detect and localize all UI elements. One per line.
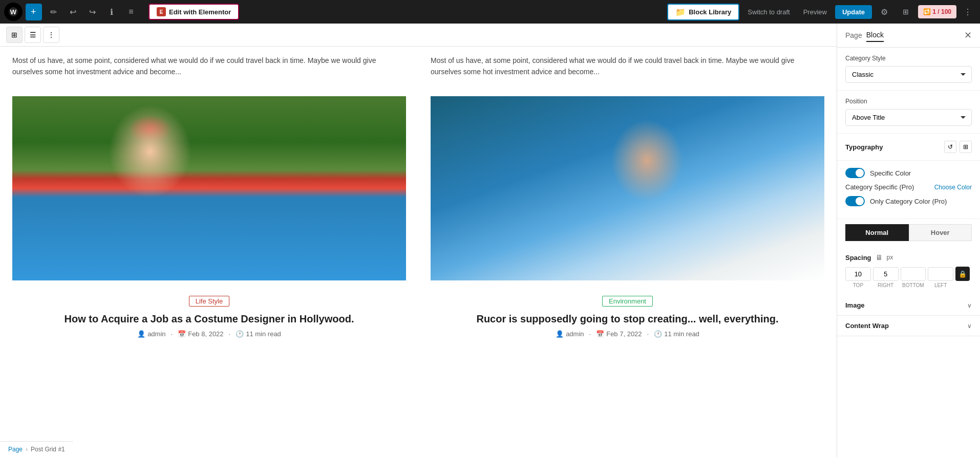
gear-icon: ⚙ [881,7,888,17]
choose-color-link[interactable]: Choose Color [934,184,972,191]
post-title-2: Rucor is supposedly going to stop creati… [431,312,824,326]
block-library-button[interactable]: 📁 Block Library [667,4,739,20]
post-card-2-details: Environment Rucor is supposedly going to… [418,280,837,348]
typography-label: Typography [845,143,883,151]
category-specific-row: Category Specific (Pro) Choose Color [845,183,972,191]
redo-button[interactable]: ↪ [84,4,100,20]
redo-icon: ↪ [89,7,96,17]
spacing-bottom-input[interactable] [901,267,926,281]
spacing-right-input[interactable] [873,267,899,281]
post-image-2 [431,96,824,280]
calendar-icon-2: 📅 [596,330,604,338]
specific-color-toggle-row: Specific Color [845,168,972,178]
tab-block[interactable]: Block [866,29,884,42]
image-section-label: Image [845,301,865,309]
red-arrow-2 [837,187,837,203]
position-section: Position Above Title Below Title Hidden [837,91,980,134]
specific-color-toggle[interactable] [845,168,865,178]
typography-reset-icon[interactable]: ↺ [944,141,956,153]
desktop-device-icon[interactable]: 🖥 [876,253,883,262]
panel-header: Page Block ✕ [837,24,980,48]
spacing-sublabels: TOP RIGHT BOTTOM LEFT [845,282,972,288]
grid-view-icon[interactable]: ⊞ [6,27,23,43]
content-wrap-section[interactable]: Content Wrap ∨ [837,316,980,336]
only-category-toggle-row: Only Category Color (Pro) [845,196,972,206]
panel-close-button[interactable]: ✕ [964,30,972,41]
only-category-label: Only Category Color (Pro) [870,198,947,205]
right-panel: Page Block ✕ Category Style Classic Mode… [837,24,980,457]
preview-button[interactable]: Preview [798,6,832,18]
post-image-1 [12,96,406,280]
breadcrumb: Page › Post Grid #1 [0,441,73,457]
typography-row: Typography ↺ ⊞ [845,141,972,153]
revision-counter-button[interactable]: 🔁 1 / 100 [918,5,956,18]
spacing-left-label: LEFT [928,282,953,288]
specific-color-label: Specific Color [870,169,911,177]
position-label: Position [845,98,972,105]
edit-button[interactable]: ✏ [45,4,61,20]
blocks-icon: ⊞ [903,8,909,16]
more-options-button[interactable]: ⋮ [960,4,976,20]
tab-page[interactable]: Page [845,29,862,41]
tab-hover[interactable]: Hover [909,224,972,241]
undo-icon: ↩ [70,7,76,17]
position-select[interactable]: Above Title Below Title Hidden [845,109,972,126]
update-button[interactable]: Update [835,5,872,19]
list-icon: ≡ [129,7,133,16]
breadcrumb-page-link[interactable]: Page [8,446,23,453]
spacing-right-label: RIGHT [873,282,899,288]
separator-2a: · [589,330,591,338]
category-style-select[interactable]: Classic Modern Minimal [845,66,972,83]
info-icon: ℹ [110,7,113,17]
typography-section: Typography ↺ ⊞ [837,134,980,161]
list-view-toolbar-icon[interactable]: ☰ [25,27,41,43]
undo-button[interactable]: ↩ [65,4,81,20]
breadcrumb-current: Post Grid #1 [31,446,65,453]
info-button[interactable]: ℹ [103,4,120,20]
blocks-view-button[interactable]: ⊞ [897,3,915,21]
clock-icon-1: 🕐 [236,330,244,338]
category-row-1: Life Style [12,296,406,307]
separator-1a: · [171,330,173,338]
svg-text:W: W [10,8,17,16]
spacing-lock-icon[interactable]: 🔒 [955,267,970,281]
post-grid: Most of us have, at some point, consider… [0,47,837,348]
post-meta-2: 👤 admin · 📅 Feb 7, 2022 · 🕐 11 min read [431,330,824,338]
spacing-left-input[interactable] [928,267,953,281]
folder-icon: 📁 [675,7,686,17]
post-image-container-2 [418,96,837,280]
image-section[interactable]: Image ∨ [837,295,980,316]
post-card-2-top: Most of us have, at some point, consider… [418,47,837,96]
tab-normal[interactable]: Normal [845,224,909,241]
settings-grid-icon: ⊞ [963,143,968,150]
specific-color-section: Specific Color Category Specific (Pro) C… [837,161,980,219]
reset-icon: ↺ [948,143,953,150]
only-category-toggle[interactable] [845,196,865,206]
plus-icon: + [31,7,36,17]
elementor-icon: E [157,7,166,16]
category-badge-1[interactable]: Life Style [189,296,229,307]
normal-hover-section: Normal Hover [837,219,980,248]
wp-logo-icon[interactable]: W [4,3,23,21]
post-date-2: 📅 Feb 7, 2022 [596,330,642,338]
spacing-header: Spacing 🖥 px [845,253,972,262]
typography-settings-icon[interactable]: ⊞ [960,141,972,153]
list-view-button[interactable]: ≡ [123,4,139,20]
content-wrap-chevron-icon: ∨ [967,322,972,330]
edit-elementor-button[interactable]: E Edit with Elementor [148,4,239,20]
spacing-section: Spacing 🖥 px 🔒 TOP RIGHT BOTTOM LEFT [837,248,980,295]
more-options-icon: ⋮ [964,7,972,17]
settings-button[interactable]: ⚙ [875,3,893,21]
separator-1b: · [229,330,231,338]
red-arrow-1 [837,163,837,178]
spacing-top-input[interactable] [845,267,871,281]
post-card-1-details: Life Style How to Acquire a Job as a Cos… [0,280,418,348]
person-icon-1: 👤 [137,330,145,338]
category-specific-label: Category Specific (Pro) [845,183,914,191]
post-card-1: Most of us have, at some point, consider… [0,47,418,96]
category-badge-2[interactable]: Environment [602,296,653,307]
calendar-icon-1: 📅 [178,330,186,338]
add-block-button[interactable]: + [26,4,42,20]
switch-draft-button[interactable]: Switch to draft [742,6,795,18]
block-options-icon[interactable]: ⋮ [43,27,59,43]
